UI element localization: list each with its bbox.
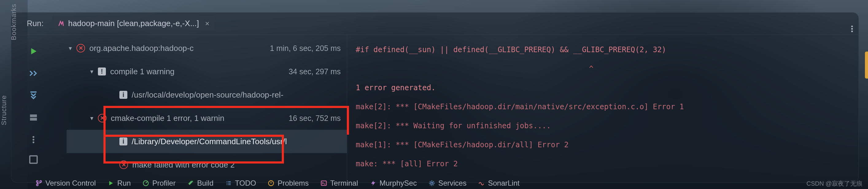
run-config-tab[interactable]: hadoop-main [clean,package,-e,-X...] × — [52, 15, 215, 31]
tree-node-path1[interactable]: i /usr/local/develop/open-source/hadoop-… — [67, 83, 347, 106]
tab-label: Run — [117, 179, 131, 187]
svg-rect-0 — [30, 115, 37, 117]
console-line: 1 error generated. — [356, 78, 852, 97]
tree-node-make-failed[interactable]: ✕ make failed with error code 2 — [67, 153, 347, 177]
svg-point-9 — [36, 184, 38, 186]
profiler-tab[interactable]: Profiler — [143, 179, 176, 187]
svg-point-7 — [851, 30, 852, 32]
sonarlint-tab[interactable]: SonarLint — [478, 179, 520, 187]
tab-label: MurphySec — [380, 179, 417, 187]
svg-point-4 — [33, 141, 34, 143]
tree-node-label: org.apache.hadoop:hadoop-c — [89, 43, 194, 53]
play-icon — [107, 180, 114, 187]
error-icon: ✕ — [76, 44, 85, 53]
chevron-down-icon[interactable]: ▾ — [88, 68, 95, 75]
todo-tab[interactable]: TODO — [225, 179, 256, 187]
tree-node-timing: 1 min, 6 sec, 205 ms — [270, 44, 347, 53]
notification-stripe[interactable] — [865, 52, 868, 78]
console-line: make[2]: *** Waiting for unfinished jobs… — [356, 116, 852, 135]
branch-icon — [36, 180, 42, 187]
version-control-tab[interactable]: Version Control — [36, 179, 96, 187]
bottom-tool-bar: Version Control Run Profiler Build TODO … — [26, 176, 868, 189]
tab-label: SonarLint — [488, 179, 520, 187]
run-tool-window: Run: hadoop-main [clean,package,-e,-X...… — [11, 12, 859, 183]
console-line: #if defined(__sun) || defined(__GLIBC_PR… — [356, 40, 852, 59]
tree-node-timing: 34 sec, 297 ms — [288, 67, 347, 76]
console-line: make: *** [all] Error 2 — [356, 154, 852, 174]
rerun-button[interactable] — [27, 45, 40, 58]
svg-point-10 — [40, 181, 42, 183]
tree-node-label: cmake-compile 1 error, 1 warnin — [111, 114, 224, 123]
checklist-icon — [225, 180, 232, 187]
terminal-icon — [320, 180, 327, 187]
tab-label: Terminal — [330, 179, 358, 187]
tree-node-cmake[interactable]: ▾ ✕ cmake-compile 1 error, 1 warnin 16 s… — [67, 106, 347, 130]
build-tab[interactable]: Build — [187, 179, 213, 187]
close-icon[interactable]: × — [205, 19, 209, 28]
structure-tab[interactable]: Structure — [0, 95, 8, 125]
tree-node-compile[interactable]: ▾ ! compile 1 warning 34 sec, 297 ms — [67, 60, 347, 83]
tree-node-label: compile 1 warning — [110, 67, 175, 76]
toggle-auto-scroll-button[interactable] — [27, 67, 40, 80]
scroll-to-end-button[interactable] — [27, 89, 40, 102]
build-tree: ▾ ✕ org.apache.hadoop:hadoop-c 1 min, 6 … — [11, 35, 347, 183]
problems-tab[interactable]: Problems — [268, 179, 308, 187]
svg-point-3 — [33, 139, 34, 140]
panel-options-button[interactable] — [847, 24, 857, 34]
more-actions-button[interactable] — [27, 133, 40, 146]
chevron-down-icon[interactable]: ▾ — [88, 115, 95, 122]
tree-node-label: make failed with error code 2 — [132, 160, 235, 170]
info-icon: i — [119, 91, 127, 99]
svg-rect-1 — [30, 118, 37, 121]
chevron-down-icon[interactable]: ▾ — [67, 44, 74, 52]
stop-button[interactable] — [29, 155, 38, 164]
watermark: CSDN @寂夜了无痕 — [806, 180, 863, 188]
console-line: ^ — [356, 59, 852, 78]
run-panel-body: ▾ ✕ org.apache.hadoop:hadoop-c 1 min, 6 … — [11, 35, 859, 183]
info-icon: i — [119, 137, 127, 146]
build-console[interactable]: #if defined(__sun) || defined(__GLIBC_PR… — [347, 35, 859, 183]
error-icon: ✕ — [98, 114, 106, 122]
warning-icon — [268, 180, 274, 187]
tree-node-hadoop[interactable]: ▾ ✕ org.apache.hadoop:hadoop-c 1 min, 6 … — [67, 36, 347, 60]
console-line: make[1]: *** [CMakeFiles/hadoop.dir/all]… — [356, 135, 852, 154]
tree-node-timing: 16 sec, 752 ms — [288, 114, 347, 123]
warning-icon: ! — [98, 67, 106, 75]
bookmarks-tab[interactable]: Bookmarks — [10, 4, 18, 40]
svg-point-6 — [851, 28, 852, 29]
console-line: make[2]: *** [CMakeFiles/hadoop.dir/main… — [356, 97, 852, 116]
tree-node-label: /Library/Developer/CommandLineTools/usr/… — [132, 137, 287, 146]
tab-label: Build — [197, 179, 213, 187]
svg-point-5 — [851, 26, 852, 27]
murphysec-tab[interactable]: MurphySec — [370, 179, 417, 187]
tab-label: Profiler — [152, 179, 176, 187]
run-tab[interactable]: Run — [107, 179, 131, 187]
maven-icon — [58, 20, 64, 27]
left-tool-stripe: Bookmarks — [0, 0, 28, 189]
layout-button[interactable] — [27, 111, 40, 124]
run-config-title: hadoop-main [clean,package,-e,-X...] — [68, 19, 199, 28]
gauge-icon — [143, 180, 149, 187]
tab-label: TODO — [235, 179, 256, 187]
tree-node-clt-path[interactable]: i /Library/Developer/CommandLineTools/us… — [67, 130, 347, 153]
svg-point-14 — [431, 182, 433, 184]
error-icon: ✕ — [119, 160, 128, 169]
radar-icon — [478, 180, 485, 187]
svg-rect-13 — [321, 181, 327, 186]
svg-point-2 — [33, 136, 34, 138]
bolt-icon — [370, 180, 377, 187]
run-tool-header: Run: hadoop-main [clean,package,-e,-X...… — [11, 12, 859, 35]
tree-node-label: /usr/local/develop/open-source/hadoop-re… — [132, 90, 283, 100]
hammer-icon — [187, 180, 194, 187]
cog-icon — [429, 180, 435, 187]
svg-point-8 — [36, 181, 38, 183]
services-tab[interactable]: Services — [429, 179, 467, 187]
tab-label: Problems — [277, 179, 308, 187]
tab-label: Version Control — [45, 179, 96, 187]
terminal-tab[interactable]: Terminal — [320, 179, 358, 187]
run-label: Run: — [27, 19, 43, 28]
tab-label: Services — [438, 179, 467, 187]
